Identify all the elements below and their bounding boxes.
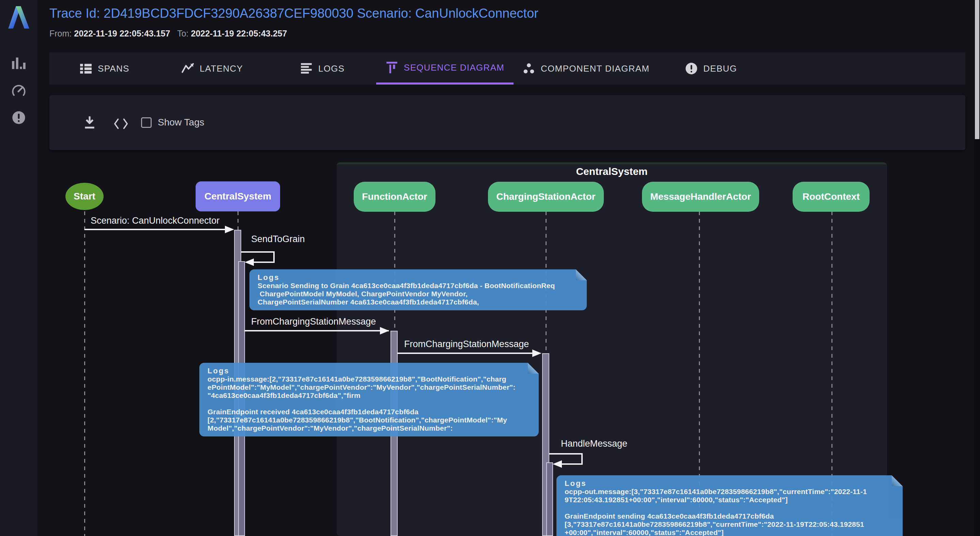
message-label: SendToGrain [251,234,305,244]
actor-rootcontext: RootContext [792,182,870,212]
page-title: Trace Id: 2D419BCD3FDCF3290A26387CEF9800… [49,6,538,21]
tab-component-diagram[interactable]: COMPONENT DIAGRAM [522,53,649,85]
bar-chart-icon[interactable] [11,56,26,70]
self-message-line [561,463,583,465]
actor-messagehandleractor: MessageHandlerActor [642,182,759,212]
show-tags-checkbox[interactable] [141,117,152,128]
diagram-toolbar: Show Tags [49,95,965,150]
message-arrow-line [84,229,227,230]
tab-label: COMPONENT DIAGRAM [541,64,649,74]
to-value: 2022-11-19 22:05:43.257 [191,29,287,38]
spans-icon [80,62,92,75]
tab-latency[interactable]: LATENCY [181,53,243,85]
tab-spans[interactable]: SPANS [80,53,129,85]
log-note: Logs Scenario Sending to Grain 4ca613ce0… [250,270,587,310]
scrollbar-track[interactable] [974,0,980,536]
actor-centralsystem: CentralSystem [196,181,280,211]
debug-icon [685,62,698,75]
tab-label: SPANS [98,64,129,74]
sidebar [0,0,38,536]
actor-label: FunctionActor [362,191,427,202]
actor-label: RootContext [802,191,860,202]
self-message-line [273,251,275,263]
alert-icon[interactable] [11,110,26,125]
self-message-line [253,262,275,263]
self-message-line [241,251,275,253]
message-label: HandleMessage [561,439,627,449]
code-icon[interactable] [114,116,128,131]
latency-icon [181,62,194,75]
self-message-line [549,453,583,455]
tab-label: LATENCY [200,64,243,74]
message-label: FromChargingStationMessage [404,339,529,349]
note-body: ocpp-out.message:[3,"73317e87c16141a0be7… [565,488,894,536]
note-body: ocpp-in.message:[2,"73317e87c16141a0be72… [207,375,531,432]
note-body: Scenario Sending to Grain 4ca613ce0caa4f… [258,282,579,306]
note-title: Logs [207,367,531,375]
sequence-diagram-icon [385,61,398,74]
tab-logs[interactable]: LOGS [300,53,345,85]
from-value: 2022-11-19 22:05:43.157 [74,29,170,38]
lifeline-start [84,211,85,536]
tabs-bar: SPANS LATENCY LOGS SEQUENCE DIAGRAM [49,53,965,85]
show-tags-label[interactable]: Show Tags [158,117,204,128]
tab-label: LOGS [318,64,345,74]
actor-label: MessageHandlerActor [650,191,751,202]
tab-debug[interactable]: DEBUG [685,53,737,85]
arrowhead-icon [225,226,234,233]
message-arrow-line [397,353,534,354]
actor-start: Start [65,183,103,210]
note-title: Logs [565,479,894,488]
gauge-icon[interactable] [11,83,26,97]
arrowhead-icon [553,460,562,468]
tab-sequence-diagram[interactable]: SEQUENCE DIAGRAM [376,53,514,85]
log-note: Logs ocpp-out.message:[3,"73317e87c16141… [557,475,903,536]
actor-label: CentralSystem [204,191,271,202]
trace-page: Trace Id: 2D419BCD3FDCF3290A26387CEF9800… [0,0,980,536]
message-arrow-line [244,330,389,332]
arrowhead-icon [245,258,254,266]
message-label: Scenario: CanUnlockConnector [91,215,220,226]
activation-bar-chargingstationactor-nested [546,463,553,536]
group-title: CentralSystem [337,166,887,177]
actor-label: Start [73,191,95,202]
trace-time-range: From: 2022-11-19 22:05:43.157 To: 2022-1… [49,29,292,38]
to-label: To: [177,29,188,38]
download-icon[interactable] [83,115,97,130]
component-diagram-icon [522,62,535,75]
actor-chargingstationactor: ChargingStationActor [488,182,604,212]
note-title: Logs [258,273,579,282]
tab-label: SEQUENCE DIAGRAM [404,62,504,73]
tab-label: DEBUG [703,64,737,74]
log-note: Logs ocpp-in.message:[2,"73317e87c16141a… [199,363,539,436]
message-label: FromChargingStationMessage [251,316,376,327]
scrollbar-thumb[interactable] [975,0,979,139]
arrowhead-icon [532,349,541,357]
arrowhead-icon [380,327,389,335]
logs-icon [300,62,313,75]
actor-functionactor: FunctionActor [354,182,436,212]
app-logo-icon[interactable] [5,4,32,31]
actor-label: ChargingStationActor [496,191,596,202]
self-message-line [581,453,583,465]
from-label: From: [49,29,72,38]
